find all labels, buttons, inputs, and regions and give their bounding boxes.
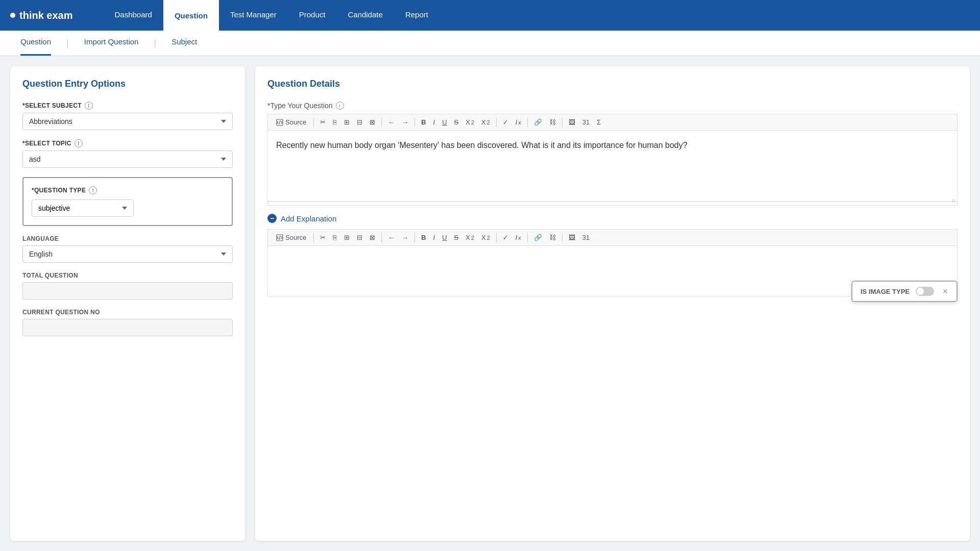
question-type-info-icon[interactable]: i [89, 186, 97, 194]
toolbar2-subscript[interactable]: X2 [462, 232, 477, 243]
add-explanation-row[interactable]: − Add Explanation [267, 214, 958, 223]
question-text-content: Recently new human body organ 'Mesentery… [276, 141, 688, 149]
toolbar2-bold[interactable]: B [418, 232, 429, 243]
sub-nav-divider-2: | [154, 38, 156, 48]
resize-handle: ⠿ [951, 198, 955, 204]
toolbar2-paste-word[interactable]: ⊠ [366, 232, 378, 243]
left-panel: Question Entry Options *SELECT SUBJECT i… [10, 66, 245, 541]
explanation-source-btn[interactable]: Source [272, 232, 310, 243]
toolbar-special-char[interactable]: 31 [579, 116, 593, 128]
toolbar-undo[interactable]: ← [385, 116, 398, 128]
select-topic-dropdown[interactable]: asd [22, 151, 233, 168]
toolbar-divider-4 [496, 118, 497, 127]
language-label: LANGUAGE [22, 235, 233, 242]
toolbar2-cut[interactable]: ✂ [317, 232, 329, 243]
select-subject-dropdown[interactable]: Abbreviations [22, 113, 233, 130]
toolbar-italic[interactable]: I [430, 116, 438, 128]
nav-question[interactable]: Question [163, 0, 219, 31]
nav-test-manager[interactable]: Test Manager [219, 0, 288, 31]
toolbar-clear-format[interactable]: Ix [512, 116, 524, 128]
toolbar-subscript[interactable]: X2 [462, 116, 477, 128]
nav-items: Dashboard Question Test Manager Product … [103, 0, 439, 31]
toolbar2-paste-text[interactable]: ⊟ [354, 232, 365, 243]
sub-nav-import-question[interactable]: Import Question [84, 31, 139, 56]
toolbar-bold[interactable]: B [418, 116, 429, 128]
question-type-label: *QUESTION TYPE i [32, 186, 224, 194]
nav-dashboard[interactable]: Dashboard [103, 0, 163, 31]
toolbar2-strikethrough[interactable]: S [451, 232, 462, 243]
source-icon-2 [276, 234, 283, 241]
toolbar2-check[interactable]: ✓ [500, 232, 511, 243]
toolbar2-redo[interactable]: → [399, 232, 411, 243]
is-image-type-toggle[interactable] [916, 287, 934, 296]
sub-nav-divider-1: | [66, 38, 69, 48]
nav-report[interactable]: Report [394, 0, 439, 31]
toolbar-divider-6 [562, 118, 562, 127]
right-panel: Question Details *Type Your Question i S… [255, 66, 970, 541]
toolbar-divider-3 [414, 118, 415, 127]
toolbar2-special-char[interactable]: 31 [579, 232, 593, 243]
toolbar-copy[interactable]: ⎘ [330, 116, 340, 128]
question-toolbar: Source ✂ ⎘ ⊞ ⊟ ⊠ ← → B I U S X2 X2 ✓ Ix … [267, 114, 958, 130]
minus-icon: − [267, 214, 277, 223]
select-subject-group: *SELECT SUBJECT i Abbreviations [22, 102, 233, 130]
toolbar2-divider-1 [313, 233, 314, 242]
toolbar-paste[interactable]: ⊞ [341, 116, 353, 128]
explanation-toolbar: Source ✂ ⎘ ⊞ ⊟ ⊠ ← → B I U S X2 X2 ✓ Ix … [267, 229, 958, 245]
toolbar2-unlink[interactable]: ⛓ [546, 232, 559, 243]
toolbar-divider-5 [527, 118, 528, 127]
toolbar-paste-word[interactable]: ⊠ [366, 116, 378, 128]
toolbar2-divider-6 [562, 233, 562, 242]
is-image-type-close-icon[interactable]: ✕ [942, 287, 948, 295]
type-question-field-label: *Type Your Question i [267, 102, 958, 110]
current-question-group: CURRENT QUESTION NO 1 [22, 309, 233, 336]
main-content: Question Entry Options *SELECT SUBJECT i… [0, 56, 980, 551]
left-panel-title: Question Entry Options [22, 79, 233, 89]
source-icon [276, 119, 283, 126]
current-question-input: 1 [22, 319, 233, 336]
toolbar-cut[interactable]: ✂ [317, 116, 329, 128]
select-topic-group: *SELECT TOPIC i asd [22, 139, 233, 168]
toolbar2-divider-5 [527, 233, 528, 242]
question-text-editor[interactable]: Recently new human body organ 'Mesentery… [267, 130, 958, 202]
question-editor-resize: ⠿ [267, 202, 958, 206]
select-topic-label: *SELECT TOPIC i [22, 139, 233, 147]
toolbar2-italic[interactable]: I [430, 232, 438, 243]
toolbar-image[interactable]: 🖼 [566, 116, 578, 128]
language-dropdown[interactable]: English [22, 245, 233, 263]
toolbar-strikethrough[interactable]: S [451, 116, 462, 128]
is-image-type-label: IS IMAGE TYPE [861, 288, 910, 295]
toolbar-math[interactable]: Σ [594, 116, 604, 128]
sub-nav-question[interactable]: Question [20, 31, 51, 56]
toolbar-link[interactable]: 🔗 [531, 116, 545, 128]
nav-product[interactable]: Product [288, 0, 337, 31]
toolbar-source-btn[interactable]: Source [272, 116, 310, 128]
toolbar-redo[interactable]: → [399, 116, 411, 128]
toolbar2-copy[interactable]: ⎘ [330, 232, 340, 243]
toolbar2-superscript[interactable]: X2 [478, 232, 493, 243]
add-explanation-label: Add Explanation [281, 214, 336, 223]
total-question-input: 0 [22, 282, 233, 299]
nav-candidate[interactable]: Candidate [336, 0, 394, 31]
toolbar-underline[interactable]: U [439, 116, 450, 128]
total-question-group: TOTAL QUESTION 0 [22, 272, 233, 299]
toolbar2-underline[interactable]: U [439, 232, 450, 243]
toolbar2-undo[interactable]: ← [385, 232, 398, 243]
select-topic-info-icon[interactable]: i [75, 139, 83, 147]
toolbar-paste-text[interactable]: ⊟ [354, 116, 365, 128]
toolbar-divider-1 [313, 118, 314, 127]
toolbar-unlink[interactable]: ⛓ [546, 116, 559, 128]
toolbar2-image[interactable]: 🖼 [566, 232, 578, 243]
sub-nav-subject[interactable]: Subject [172, 31, 197, 56]
toolbar-superscript[interactable]: X2 [478, 116, 493, 128]
top-nav: think exam Dashboard Question Test Manag… [0, 0, 980, 31]
question-type-dropdown[interactable]: subjective objective [32, 199, 134, 217]
is-image-type-box: IS IMAGE TYPE ✕ [851, 281, 958, 302]
toolbar-check[interactable]: ✓ [500, 116, 511, 128]
select-subject-info-icon[interactable]: i [85, 102, 93, 110]
toolbar2-paste[interactable]: ⊞ [341, 232, 353, 243]
toolbar2-link[interactable]: 🔗 [531, 232, 545, 243]
toolbar2-clear-format[interactable]: Ix [512, 232, 524, 243]
toolbar2-divider-4 [496, 233, 497, 242]
type-question-info-icon[interactable]: i [336, 102, 344, 110]
